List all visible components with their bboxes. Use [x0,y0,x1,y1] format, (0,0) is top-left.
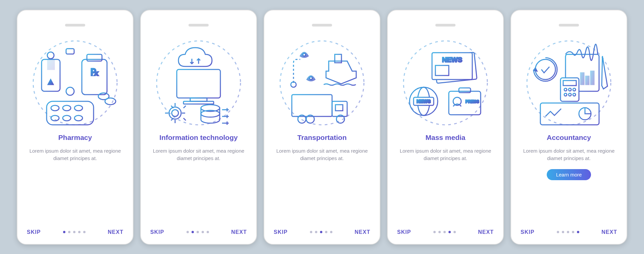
svg-rect-3 [48,59,54,69]
nav-bar: SKIPNEXT [27,229,123,235]
phone-speaker [312,24,332,27]
svg-rect-65 [586,76,589,85]
screen-description: Lorem ipsum dolor sit amet, mea regione … [521,147,617,162]
skip-button[interactable]: SKIP [150,229,164,235]
screen-description: Lorem ipsum dolor sit amet, mea regione … [27,147,123,162]
svg-point-18 [105,98,116,105]
svg-rect-33 [292,95,332,116]
nav-bar: SKIPNEXT [521,229,617,235]
screen-description: Lorem ipsum dolor sit amet, mea regione … [150,147,247,162]
svg-rect-20 [177,69,220,98]
svg-text:℞: ℞ [91,67,99,78]
svg-rect-10 [47,101,94,125]
screen-title: Pharmacy [58,133,92,142]
svg-rect-35 [335,105,343,111]
accountancy-icon [522,36,616,130]
svg-point-27 [280,41,364,125]
svg-point-16 [74,115,83,121]
page-dot[interactable] [78,231,80,233]
nav-bar: SKIPNEXT [397,229,494,235]
screen-title: Information technology [159,133,237,142]
svg-point-15 [63,115,71,121]
screen-title: Mass media [425,133,465,142]
svg-text:NEWS: NEWS [417,99,431,104]
page-dots [63,231,86,233]
svg-point-12 [63,105,71,111]
skip-button[interactable]: SKIP [27,229,41,235]
transport-icon [275,36,369,130]
page-dot[interactable] [443,231,446,233]
svg-text:NEWS: NEWS [442,56,462,63]
page-dot[interactable] [438,231,441,233]
svg-rect-8 [87,54,102,61]
phone-speaker [435,24,455,27]
phone-screen-3: NEWSNEWSPRESSMass mediaLorem ipsum dolor… [387,10,504,245]
page-dots [433,231,456,233]
svg-point-2 [47,52,54,59]
svg-point-6 [66,87,74,95]
svg-point-28 [303,53,306,56]
screen-description: Lorem ipsum dolor sit amet, mea regione … [274,147,370,162]
learn-more-button[interactable]: Learn more [547,169,591,180]
page-dot[interactable] [557,231,559,233]
page-dot[interactable] [448,231,451,233]
skip-button[interactable]: SKIP [521,229,534,235]
page-dot[interactable] [320,231,322,233]
svg-rect-64 [581,73,584,85]
it-icon [152,36,246,130]
page-dot[interactable] [63,231,65,233]
page-dot[interactable] [325,231,327,233]
next-button[interactable]: NEXT [231,229,247,235]
phone-screen-0: ℞PharmacyLorem ipsum dolor sit amet, mea… [17,10,133,245]
page-dot[interactable] [315,231,317,233]
svg-rect-56 [459,88,471,93]
phone-screen-2: TransportationLorem ipsum dolor sit amet… [264,10,380,245]
page-dots [310,231,332,233]
page-dot[interactable] [330,231,332,233]
svg-point-30 [310,77,312,80]
next-button[interactable]: NEXT [601,229,617,235]
screen-title: Transportation [297,133,346,142]
page-dot[interactable] [453,231,456,233]
page-dot[interactable] [310,231,312,233]
page-dot[interactable] [433,231,436,233]
svg-point-13 [74,105,83,111]
svg-point-60 [535,59,555,80]
svg-rect-34 [332,101,347,116]
phone-speaker [65,24,85,27]
phone-speaker [189,24,209,27]
svg-point-11 [51,105,59,111]
phone-screen-1: Information technologyLorem ipsum dolor … [140,10,257,245]
nav-bar: SKIPNEXT [150,229,247,235]
page-dot[interactable] [572,231,574,233]
page-dots [186,231,209,233]
next-button[interactable]: NEXT [108,229,123,235]
nav-bar: SKIPNEXT [274,229,370,235]
page-dot[interactable] [186,231,189,233]
next-button[interactable]: NEXT [478,229,494,235]
svg-point-24 [172,110,178,116]
page-dot[interactable] [68,231,70,233]
page-dot[interactable] [567,231,569,233]
page-dots [557,231,579,233]
phone-speaker [559,24,579,27]
page-dot[interactable] [73,231,75,233]
svg-rect-22 [183,101,214,104]
screen-title: Accountancy [547,133,591,142]
next-button[interactable]: NEXT [355,229,370,235]
page-dot[interactable] [202,231,204,233]
page-dot[interactable] [83,231,86,233]
skip-button[interactable]: SKIP [274,229,287,235]
pharmacy-icon: ℞ [28,36,122,130]
svg-rect-66 [591,71,594,85]
phone-screen-4: AccountancyLorem ipsum dolor sit amet, m… [511,10,627,245]
media-icon: NEWSNEWSPRESS [398,36,492,130]
svg-point-0 [33,41,117,125]
page-dot[interactable] [192,231,194,233]
svg-text:PRESS: PRESS [466,99,479,104]
page-dot[interactable] [562,231,564,233]
page-dot[interactable] [207,231,209,233]
skip-button[interactable]: SKIP [397,229,411,235]
page-dot[interactable] [197,231,199,233]
page-dot[interactable] [577,231,579,233]
